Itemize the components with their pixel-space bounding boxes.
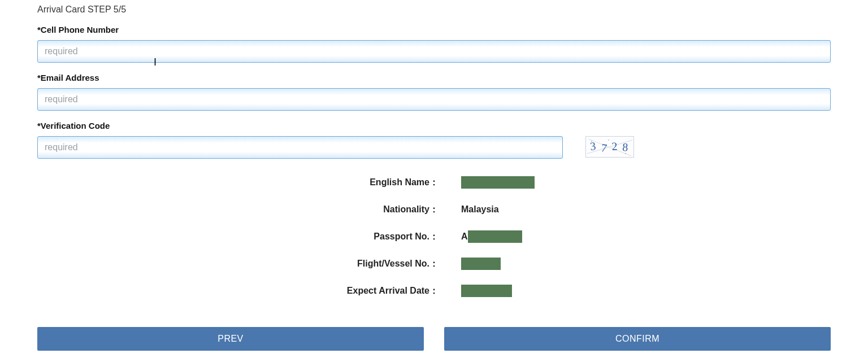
verification-label: *Verification Code [37,121,831,130]
arrival-date-label: Expect Arrival Date： [37,285,461,297]
email-label: *Email Address [37,73,831,82]
svg-text:8: 8 [622,141,628,153]
summary-row-flight: Flight/Vessel No.： [37,250,831,277]
summary-row-passport: Passport No.： A [37,223,831,250]
nationality-value: Malaysia [461,204,499,215]
captcha-image[interactable]: 3 7 2 8 [585,136,634,158]
svg-point-4 [608,139,609,141]
arrival-date-value [461,285,512,297]
cell-phone-label: *Cell Phone Number [37,25,831,34]
redacted-block [461,258,501,270]
passport-label: Passport No.： [37,231,461,243]
english-name-value [461,176,535,189]
summary-block: English Name： Nationality： Malaysia Pass… [37,169,831,304]
summary-row-arrival: Expect Arrival Date： [37,277,831,304]
cell-phone-input[interactable] [37,40,831,63]
button-row: PREV CONFIRM [37,327,831,351]
svg-text:2: 2 [611,139,618,152]
verification-input[interactable] [37,136,563,159]
passport-prefix: A [461,232,468,242]
page-title: Arrival Card STEP 5/5 [37,5,831,15]
flight-value [461,258,501,270]
redacted-block [461,285,512,297]
email-field: *Email Address [37,73,831,111]
confirm-button[interactable]: CONFIRM [444,327,831,351]
flight-label: Flight/Vessel No.： [37,258,461,270]
cell-phone-field: *Cell Phone Number I [37,25,831,63]
email-input[interactable] [37,88,831,111]
summary-row-english-name: English Name： [37,169,831,196]
redacted-block [468,230,522,243]
prev-button[interactable]: PREV [37,327,424,351]
svg-text:7: 7 [600,141,607,154]
summary-row-nationality: Nationality： Malaysia [37,196,831,223]
verification-field: *Verification Code 3 7 2 8 [37,121,831,159]
redacted-block [461,176,535,189]
english-name-label: English Name： [37,177,461,189]
nationality-label: Nationality： [37,204,461,216]
passport-value: A [461,230,522,243]
